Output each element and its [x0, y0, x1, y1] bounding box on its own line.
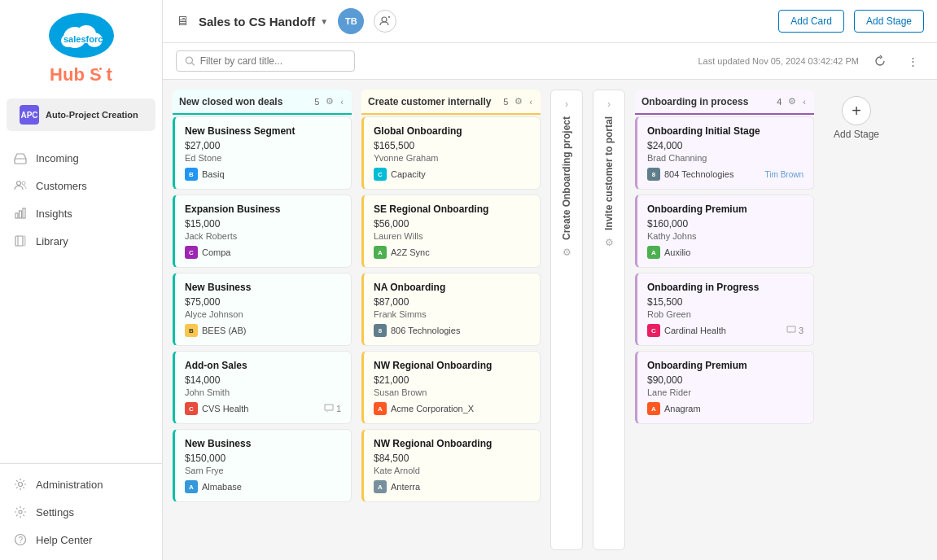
stage-invite-customer-collapsed[interactable]: › Invite customer to portal ⚙: [593, 90, 625, 550]
svg-rect-13: [23, 236, 25, 246]
stage-collapse-icon[interactable]: ‹: [528, 95, 534, 108]
company-logo: B: [185, 168, 198, 181]
table-row[interactable]: Onboarding Premium $160,000 Kathy Johns …: [635, 195, 814, 268]
expand-icon: ›: [565, 98, 568, 110]
dropdown-chevron-icon[interactable]: ▼: [320, 17, 328, 26]
card-title: Global Onboarding: [374, 125, 530, 137]
card-person: Sam Frye: [185, 466, 341, 475]
app-selector[interactable]: APC Auto-Project Creation: [7, 98, 155, 131]
table-row[interactable]: Onboarding Initial Stage $24,000 Brad Ch…: [635, 116, 814, 190]
add-user-button[interactable]: [374, 10, 396, 33]
stage-count-create-customer: 5: [503, 97, 508, 107]
search-box[interactable]: [176, 50, 355, 72]
search-input[interactable]: [200, 55, 346, 67]
sidebar: salesforce Hub S t APC Auto-Project Crea…: [0, 0, 163, 560]
card-company: B Basiq: [185, 168, 225, 181]
cards-container-new-closed-won: New Business Segment $27,000 Ed Stone B …: [173, 116, 352, 550]
add-card-button[interactable]: Add Card: [778, 10, 844, 33]
card-person: Lane Rider: [647, 387, 803, 397]
stage-collapse-icon[interactable]: ‹: [801, 95, 808, 108]
stage-collapse-icon[interactable]: ‹: [339, 95, 345, 108]
card-title: NA Onboarding: [374, 282, 530, 293]
card-person: Kathy Johns: [647, 231, 803, 241]
card-person: Kate Arnold: [374, 466, 530, 475]
add-stage-button[interactable]: + Add Stage: [834, 96, 879, 140]
stage-settings-icon[interactable]: ⚙: [513, 94, 524, 108]
card-person: Frank Simms: [374, 309, 530, 319]
app-icon: APC: [20, 105, 39, 125]
card-person: Rob Green: [647, 309, 803, 319]
page-title: Sales to CS Handoff ▼: [199, 15, 328, 28]
refresh-button[interactable]: [869, 50, 891, 72]
card-title: Expansion Business: [185, 203, 341, 215]
svg-point-6: [17, 182, 21, 186]
chart-icon: [13, 206, 28, 221]
sidebar-item-label-help: Help Center: [36, 534, 92, 546]
card-amount: $75,000: [185, 296, 341, 308]
table-row[interactable]: SE Regional Onboarding $56,000 Lauren Wi…: [361, 195, 541, 268]
table-row[interactable]: Global Onboarding $165,500 Yvonne Graham…: [361, 116, 541, 190]
sidebar-item-label-library: Library: [36, 235, 68, 247]
table-row[interactable]: Onboarding in Progress $15,500 Rob Green…: [635, 273, 814, 346]
avatar: TB: [338, 8, 364, 34]
svg-rect-8: [15, 213, 18, 218]
card-amount: $90,000: [647, 374, 803, 386]
sidebar-item-customers[interactable]: Customers: [0, 172, 162, 199]
add-stage-button[interactable]: Add Stage: [854, 10, 924, 33]
card-title: NW Regional Onboarding: [374, 438, 530, 449]
collapsed-stage-title: Create Onboarding project: [561, 116, 572, 240]
header: 🖥 Sales to CS Handoff ▼ TB Add Card Add …: [163, 0, 937, 43]
table-row[interactable]: NW Regional Onboarding $84,500 Kate Arno…: [361, 429, 541, 502]
card-company: A Anagram: [647, 402, 701, 415]
settings-icon: ⚙: [605, 237, 614, 248]
table-row[interactable]: NA Onboarding $87,000 Frank Simms 8 806 …: [361, 273, 541, 346]
stage-create-onboarding-collapsed[interactable]: › Create Onboarding project ⚙: [550, 90, 583, 550]
card-comment: 1: [324, 404, 341, 413]
stage-title-create-customer: Create customer internally: [368, 96, 498, 107]
page-icon: 🖥: [176, 14, 189, 28]
main-content: 🖥 Sales to CS Handoff ▼ TB Add Card Add …: [163, 0, 937, 560]
table-row[interactable]: Expansion Business $15,000 Jack Roberts …: [173, 195, 352, 268]
sidebar-item-insights[interactable]: Insights: [0, 199, 162, 227]
table-row[interactable]: NW Regional Onboarding $21,000 Susan Bro…: [361, 351, 541, 424]
stage-settings-icon[interactable]: ⚙: [786, 94, 798, 108]
sidebar-item-help[interactable]: ? Help Center: [0, 526, 162, 553]
card-footer: A Anagram: [647, 402, 803, 415]
settings-icon: ⚙: [563, 247, 571, 258]
table-row[interactable]: New Business $150,000 Sam Frye A Almabas…: [173, 429, 352, 502]
card-footer: A Acme Corporation_X: [374, 402, 530, 415]
svg-point-15: [19, 510, 22, 514]
card-person: John Smith: [185, 387, 341, 397]
sidebar-item-library[interactable]: Library: [0, 227, 162, 255]
app-name: Auto-Project Creation: [46, 110, 138, 120]
table-row[interactable]: New Business Segment $27,000 Ed Stone B …: [173, 116, 352, 190]
card-title: Onboarding Premium: [647, 360, 803, 371]
stage-settings-icon[interactable]: ⚙: [324, 94, 335, 108]
sidebar-item-settings[interactable]: Settings: [0, 498, 162, 526]
more-options-button[interactable]: ⋮: [901, 50, 924, 72]
card-title: Onboarding in Progress: [647, 282, 803, 293]
card-amount: $165,500: [374, 140, 530, 151]
card-person: Yvonne Graham: [374, 153, 530, 163]
card-amount: $27,000: [185, 140, 341, 151]
search-icon: [185, 55, 195, 67]
stage-create-customer: Create customer internally 5 ⚙ ‹ Global …: [361, 90, 541, 550]
table-row[interactable]: New Business $75,000 Alyce Johnson B BEE…: [173, 273, 352, 346]
card-company: C Capacity: [374, 168, 426, 181]
table-row[interactable]: Onboarding Premium $90,000 Lane Rider A …: [635, 351, 814, 424]
sidebar-item-administration[interactable]: Administration: [0, 470, 162, 498]
svg-rect-10: [23, 208, 25, 218]
card-title: NW Regional Onboarding: [374, 360, 530, 371]
card-company: A Anterra: [374, 480, 420, 493]
sidebar-item-incoming[interactable]: Incoming: [0, 144, 162, 172]
company-logo: A: [374, 246, 387, 259]
company-logo: 8: [374, 324, 387, 337]
table-row[interactable]: Add-on Sales $14,000 John Smith C CVS He…: [173, 351, 352, 424]
hubspot-logo: Hub S t: [50, 64, 112, 85]
inbox-icon: [13, 151, 28, 165]
card-title: New Business: [185, 438, 341, 449]
board: New closed won deals 5 ⚙ ‹ New Business …: [163, 80, 937, 560]
sidebar-bottom: Administration Settings ? Help Center: [0, 463, 162, 560]
card-footer: A A2Z Sync: [374, 246, 530, 259]
card-company: A Acme Corporation_X: [374, 402, 474, 415]
